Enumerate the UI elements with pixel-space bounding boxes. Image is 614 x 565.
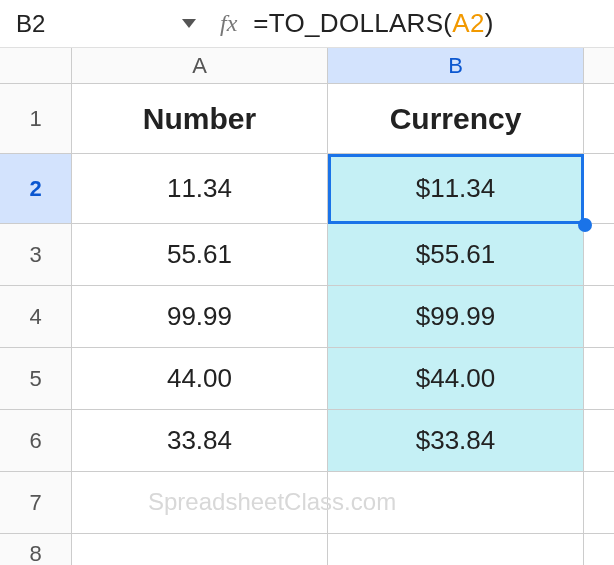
fx-icon: fx <box>220 10 237 37</box>
chevron-down-icon[interactable] <box>182 19 196 28</box>
cell-b2[interactable]: $11.34 <box>328 154 584 224</box>
cell-a1[interactable]: Number <box>72 84 328 154</box>
name-box[interactable]: B2 <box>16 10 156 38</box>
cell-extra-6[interactable] <box>584 410 614 472</box>
cell-b7[interactable] <box>328 472 584 534</box>
cell-a2[interactable]: 11.34 <box>72 154 328 224</box>
formula-suffix: ) <box>485 8 494 38</box>
cell-b6[interactable]: $33.84 <box>328 410 584 472</box>
row-header-7[interactable]: 7 <box>0 472 72 534</box>
cell-b3[interactable]: $55.61 <box>328 224 584 286</box>
column-header-b[interactable]: B <box>328 48 584 84</box>
cell-extra-3[interactable] <box>584 224 614 286</box>
name-box-group[interactable]: B2 <box>16 10 196 38</box>
formula-bar[interactable]: fx =TO_DOLLARS(A2) <box>220 8 598 39</box>
cell-a4[interactable]: 99.99 <box>72 286 328 348</box>
column-header-a[interactable]: A <box>72 48 328 84</box>
row-header-1[interactable]: 1 <box>0 84 72 154</box>
cell-b8[interactable] <box>328 534 584 565</box>
row-header-8[interactable]: 8 <box>0 534 72 565</box>
cell-extra-1[interactable] <box>584 84 614 154</box>
cell-extra-4[interactable] <box>584 286 614 348</box>
formula-ref: A2 <box>452 8 484 38</box>
row-header-6[interactable]: 6 <box>0 410 72 472</box>
formula-prefix: =TO_DOLLARS( <box>253 8 452 38</box>
cell-b5[interactable]: $44.00 <box>328 348 584 410</box>
cell-b1[interactable]: Currency <box>328 84 584 154</box>
cell-a3[interactable]: 55.61 <box>72 224 328 286</box>
cell-a8[interactable] <box>72 534 328 565</box>
fill-handle[interactable] <box>578 218 592 232</box>
row-header-4[interactable]: 4 <box>0 286 72 348</box>
cell-extra-8[interactable] <box>584 534 614 565</box>
formula-input[interactable]: =TO_DOLLARS(A2) <box>253 8 493 39</box>
spreadsheet-grid[interactable]: A B 1 Number Currency 2 11.34 $11.34 3 5… <box>0 48 614 565</box>
cell-a6[interactable]: 33.84 <box>72 410 328 472</box>
cell-b4[interactable]: $99.99 <box>328 286 584 348</box>
cell-a5[interactable]: 44.00 <box>72 348 328 410</box>
cell-extra-5[interactable] <box>584 348 614 410</box>
select-all-corner[interactable] <box>0 48 72 84</box>
cell-a7[interactable] <box>72 472 328 534</box>
row-header-5[interactable]: 5 <box>0 348 72 410</box>
column-header-extra[interactable] <box>584 48 614 84</box>
row-header-2[interactable]: 2 <box>0 154 72 224</box>
row-header-3[interactable]: 3 <box>0 224 72 286</box>
formula-bar-row: B2 fx =TO_DOLLARS(A2) <box>0 0 614 48</box>
cell-extra-7[interactable] <box>584 472 614 534</box>
cell-extra-2[interactable] <box>584 154 614 224</box>
